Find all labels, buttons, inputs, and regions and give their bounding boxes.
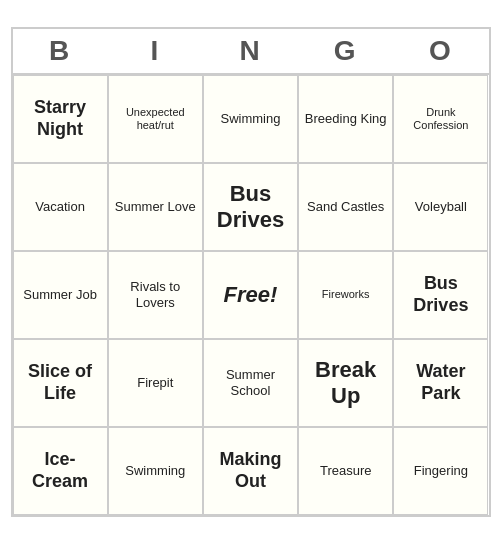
bingo-cell-0[interactable]: Starry Night [13, 75, 108, 163]
bingo-cell-11[interactable]: Rivals to Lovers [108, 251, 203, 339]
bingo-cell-2[interactable]: Swimming [203, 75, 298, 163]
bingo-cell-14[interactable]: Bus Drives [393, 251, 488, 339]
bingo-cell-5[interactable]: Vacation [13, 163, 108, 251]
bingo-cell-4[interactable]: Drunk Confession [393, 75, 488, 163]
bingo-cell-8[interactable]: Sand Castles [298, 163, 393, 251]
bingo-cell-19[interactable]: Water Park [393, 339, 488, 427]
bingo-cell-9[interactable]: Voleyball [393, 163, 488, 251]
bingo-cell-24[interactable]: Fingering [393, 427, 488, 515]
bingo-cell-17[interactable]: Summer School [203, 339, 298, 427]
bingo-cell-10[interactable]: Summer Job [13, 251, 108, 339]
bingo-cell-12[interactable]: Free! [203, 251, 298, 339]
bingo-cell-6[interactable]: Summer Love [108, 163, 203, 251]
bingo-cell-13[interactable]: Fireworks [298, 251, 393, 339]
bingo-cell-15[interactable]: Slice of Life [13, 339, 108, 427]
header-i: I [108, 29, 203, 73]
bingo-cell-7[interactable]: Bus Drives [203, 163, 298, 251]
header-b: B [13, 29, 108, 73]
bingo-card: B I N G O Starry NightUnexpected heat/ru… [11, 27, 491, 517]
bingo-cell-1[interactable]: Unexpected heat/rut [108, 75, 203, 163]
bingo-cell-20[interactable]: Ice-Cream [13, 427, 108, 515]
bingo-grid: Starry NightUnexpected heat/rutSwimmingB… [13, 73, 489, 515]
header-o: O [393, 29, 488, 73]
bingo-cell-23[interactable]: Treasure [298, 427, 393, 515]
header-g: G [298, 29, 393, 73]
bingo-header: B I N G O [13, 29, 489, 73]
bingo-cell-16[interactable]: Firepit [108, 339, 203, 427]
bingo-cell-22[interactable]: Making Out [203, 427, 298, 515]
bingo-cell-3[interactable]: Breeding King [298, 75, 393, 163]
bingo-cell-18[interactable]: Break Up [298, 339, 393, 427]
bingo-cell-21[interactable]: Swimming [108, 427, 203, 515]
header-n: N [203, 29, 298, 73]
